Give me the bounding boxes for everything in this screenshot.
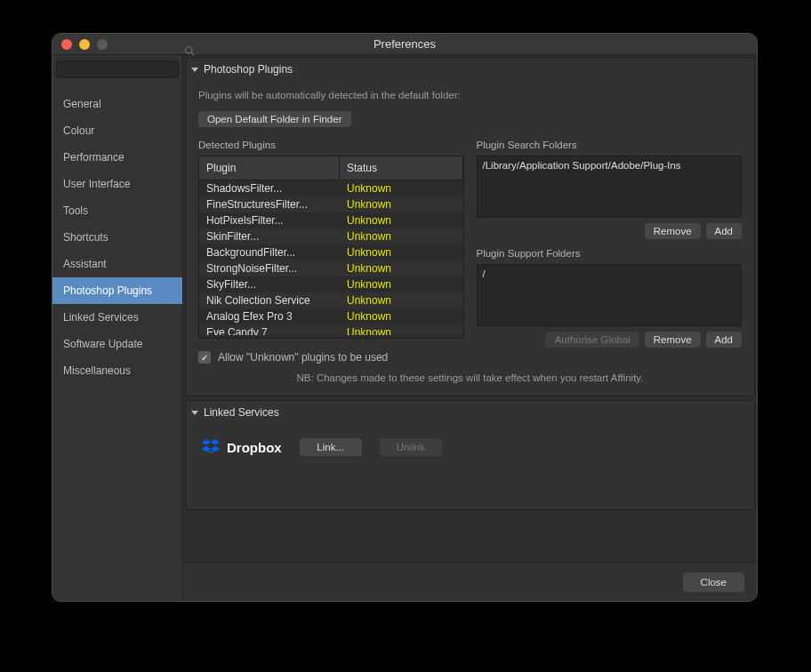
dropbox-icon: [202, 438, 220, 456]
detected-plugins-label: Detected Plugins: [198, 140, 464, 150]
sidebar-item-general[interactable]: General: [52, 91, 182, 117]
table-row[interactable]: Eye Candy 7Unknown: [199, 324, 463, 335]
support-folders-add-button[interactable]: Add: [706, 332, 742, 348]
plugin-status: Unknown: [340, 276, 463, 292]
footer: Close: [183, 562, 757, 601]
section-header-plugins[interactable]: Photoshop Plugins: [186, 58, 754, 81]
list-item[interactable]: /Library/Application Support/Adobe/Plug-…: [483, 160, 736, 171]
search-folders-remove-button[interactable]: Remove: [645, 223, 701, 239]
auto-detect-hint: Plugins will be automatically detected i…: [198, 90, 742, 100]
allow-unknown-label: Allow "Unknown" plugins to be used: [218, 351, 388, 364]
link-button[interactable]: Link...: [300, 438, 362, 456]
plugin-name: SkinFilter...: [199, 228, 340, 244]
sidebar-item-photoshop-plugins[interactable]: Photoshop Plugins: [52, 277, 182, 304]
table-row[interactable]: SkinFilter...Unknown: [199, 228, 463, 244]
search-input[interactable]: [56, 60, 179, 78]
sidebar-item-linked-services[interactable]: Linked Services: [52, 304, 182, 331]
table-row[interactable]: SkyFilter...Unknown: [199, 276, 463, 292]
search-icon: [184, 45, 195, 56]
plugin-status: Unknown: [340, 260, 463, 276]
svg-point-0: [186, 47, 193, 54]
search-folders-label: Plugin Search Folders: [477, 140, 743, 150]
detected-plugins-table: Plugin Status ShadowsFilter...UnknownFin…: [198, 156, 464, 339]
preferences-window: Preferences GeneralColourPerformanceUser…: [52, 33, 758, 602]
sidebar-item-performance[interactable]: Performance: [52, 144, 182, 171]
sidebar: GeneralColourPerformanceUser InterfaceTo…: [52, 55, 183, 601]
plugin-name: FineStructuresFilter...: [199, 196, 340, 212]
support-folders-remove-button[interactable]: Remove: [645, 332, 701, 348]
column-header-status[interactable]: Status: [340, 156, 463, 180]
section-title: Photoshop Plugins: [204, 63, 293, 76]
section-title: Linked Services: [204, 406, 279, 419]
table-row[interactable]: BackgroundFilter...Unknown: [199, 244, 463, 260]
chevron-down-icon: [191, 411, 198, 415]
plugin-status: Unknown: [340, 244, 463, 260]
authorise-global-button[interactable]: Authorise Global: [546, 332, 639, 348]
window-title: Preferences: [52, 37, 757, 51]
plugin-status: Unknown: [340, 324, 463, 335]
table-row[interactable]: Analog Efex Pro 3Unknown: [199, 308, 463, 324]
plugin-name: ShadowsFilter...: [199, 180, 340, 196]
sidebar-item-assistant[interactable]: Assistant: [52, 251, 182, 277]
search-folders-list[interactable]: /Library/Application Support/Adobe/Plug-…: [477, 156, 743, 218]
sidebar-item-user-interface[interactable]: User Interface: [52, 171, 182, 197]
table-row[interactable]: Nik Collection ServiceUnknown: [199, 292, 463, 308]
plugin-status: Unknown: [340, 212, 463, 228]
table-row[interactable]: ShadowsFilter...Unknown: [199, 180, 463, 196]
photoshop-plugins-section: Photoshop Plugins Plugins will be automa…: [185, 57, 755, 396]
service-name: Dropbox: [227, 440, 282, 455]
plugin-name: HotPixelsFilter...: [199, 212, 340, 228]
support-folders-list[interactable]: /: [477, 264, 743, 326]
list-item[interactable]: /: [483, 268, 736, 279]
plugin-status: Unknown: [340, 228, 463, 244]
support-folders-label: Plugin Support Folders: [477, 248, 743, 259]
plugin-name: SkyFilter...: [199, 276, 340, 292]
restart-note: NB: Changes made to these settings will …: [198, 372, 742, 383]
plugin-name: Eye Candy 7: [199, 324, 340, 335]
linked-services-section: Linked Services Dropbox Link... Unlink: [185, 400, 755, 510]
sidebar-item-software-update[interactable]: Software Update: [52, 331, 182, 357]
chevron-down-icon: [191, 68, 198, 72]
sidebar-item-colour[interactable]: Colour: [52, 117, 182, 144]
unlink-button[interactable]: Unlink: [380, 438, 442, 456]
table-row[interactable]: StrongNoiseFilter...Unknown: [199, 260, 463, 276]
plugin-status: Unknown: [340, 180, 463, 196]
table-row[interactable]: HotPixelsFilter...Unknown: [199, 212, 463, 228]
section-header-linked[interactable]: Linked Services: [186, 401, 754, 424]
plugin-name: Nik Collection Service: [199, 292, 340, 308]
titlebar: Preferences: [52, 34, 757, 55]
column-header-plugin[interactable]: Plugin: [199, 156, 340, 180]
plugin-status: Unknown: [340, 196, 463, 212]
sidebar-item-tools[interactable]: Tools: [52, 197, 182, 224]
sidebar-item-shortcuts[interactable]: Shortcuts: [52, 224, 182, 251]
plugin-name: StrongNoiseFilter...: [199, 260, 340, 276]
svg-line-1: [191, 52, 194, 55]
allow-unknown-checkbox[interactable]: ✓: [198, 351, 211, 364]
plugin-status: Unknown: [340, 292, 463, 308]
plugin-name: Analog Efex Pro 3: [199, 308, 340, 324]
plugin-status: Unknown: [340, 308, 463, 324]
close-button[interactable]: Close: [683, 572, 744, 592]
table-row[interactable]: FineStructuresFilter...Unknown: [199, 196, 463, 212]
plugin-name: BackgroundFilter...: [199, 244, 340, 260]
sidebar-item-miscellaneous[interactable]: Miscellaneous: [52, 357, 182, 384]
search-folders-add-button[interactable]: Add: [706, 223, 742, 239]
open-default-folder-button[interactable]: Open Default Folder in Finder: [198, 111, 351, 127]
dropbox-service: Dropbox: [202, 438, 282, 456]
